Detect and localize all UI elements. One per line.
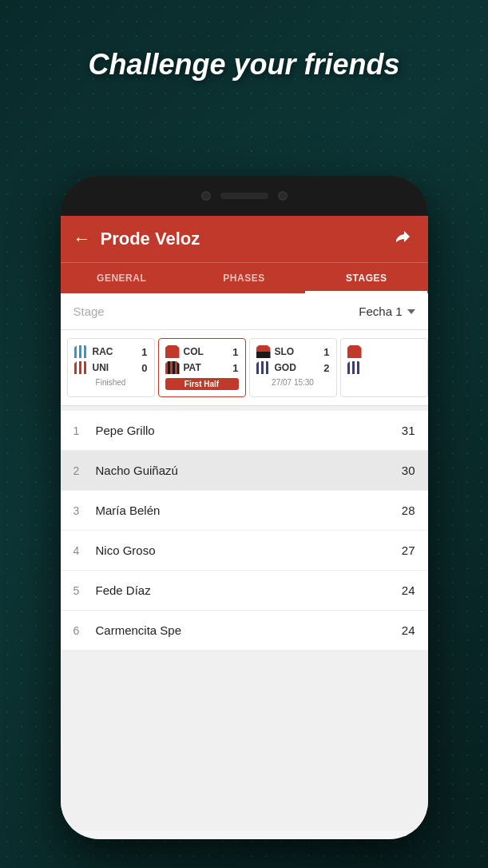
jersey-god-icon [256,361,271,374]
match-card-3[interactable]: SLO 1 GOD 2 27/07 15:30 [249,338,337,397]
app-screen: ← Prode Veloz GENERAL PHASES STAGES Stag… [61,216,428,839]
rank-4: 4 [73,544,89,557]
match2-team2-score: 1 [232,362,238,374]
match3-team2-name: GOD [275,362,296,373]
rank-6: 6 [73,624,89,637]
rank-1: 1 [73,424,89,437]
match1-team1-row: RAC 1 [74,345,148,358]
match4-team1-row [347,345,421,358]
match4-team1-info [347,345,362,358]
match1-team2-info: UNI [74,361,109,374]
match2-team1-name: COL [184,346,204,357]
dropdown-arrow-icon [407,309,415,314]
tab-phases[interactable]: PHASES [183,263,305,293]
player-name-5: Fede Díaz [96,583,402,597]
match3-status: 27/07 15:30 [256,378,330,387]
leaderboard-row-2: 2 Nacho Guiñazú 30 [61,451,428,491]
back-button[interactable]: ← [73,229,91,249]
match1-status: Finished [74,378,148,387]
match1-team1-name: RAC [93,346,113,357]
player-score-6: 24 [402,623,415,637]
match3-team2-score: 2 [323,362,329,374]
player-name-1: Pepe Grillo [96,424,402,437]
leaderboard-row-4: 4 Nico Groso 27 [61,531,428,571]
jersey-uni-icon [74,361,89,374]
match3-team2-info: GOD [256,361,296,374]
match1-team1-score: 1 [141,346,147,358]
jersey-slo-icon [256,345,271,358]
jersey-4b-icon [347,361,362,374]
player-name-4: Nico Groso [96,543,402,557]
player-name-3: María Belén [96,504,402,517]
match2-team2-name: PAT [184,362,201,373]
leaderboard-row-6: 6 Carmencita Spe 24 [61,611,428,651]
match-card-1[interactable]: RAC 1 UNI 0 Finished [67,338,155,397]
leaderboard-row-3: 3 María Belén 28 [61,491,428,531]
match2-team2-row: PAT 1 [165,361,239,374]
match3-team1-score: 1 [323,346,329,358]
match3-team2-row: GOD 2 [256,361,330,374]
rank-2: 2 [73,464,89,477]
match2-status: First Half [165,378,239,390]
leaderboard-row-1: 1 Pepe Grillo 31 [61,411,428,451]
rank-3: 3 [73,504,89,517]
phone-camera [201,191,211,201]
stage-selector[interactable]: Stage Fecha 1 [61,293,428,330]
stage-value[interactable]: Fecha 1 [359,305,415,318]
match2-team1-info: COL [165,345,204,358]
stage-label: Stage [73,305,105,318]
player-name-6: Carmencita Spe [96,623,402,637]
rank-5: 5 [73,584,89,597]
phone-frame: ← Prode Veloz GENERAL PHASES STAGES Stag… [61,176,428,839]
match2-team1-row: COL 1 [165,345,239,358]
match1-team2-row: UNI 0 [74,361,148,374]
player-score-5: 24 [402,583,415,597]
stage-value-text: Fecha 1 [359,305,402,318]
tab-general[interactable]: GENERAL [61,263,183,293]
player-score-3: 28 [402,504,415,517]
jersey-pat-icon [165,361,180,374]
match4-team2-row [347,361,421,374]
jersey-4a-icon [347,345,362,358]
jersey-rac-icon [74,345,89,358]
match3-team1-row: SLO 1 [256,345,330,358]
player-score-1: 31 [402,424,415,437]
player-name-2: Nacho Guiñazú [96,464,402,477]
match-card-4[interactable] [340,338,428,397]
player-score-4: 27 [402,543,415,557]
phone-camera-right [278,191,288,201]
phone-top-bar [61,176,428,216]
leaderboard: 1 Pepe Grillo 31 2 Nacho Guiñazú 30 3 Ma… [61,411,428,651]
phone-speaker [220,193,268,199]
exit-button[interactable] [396,227,415,251]
match3-team1-name: SLO [275,346,295,357]
tabs-bar: GENERAL PHASES STAGES [61,262,428,293]
match1-team2-score: 0 [141,362,147,374]
match-card-2[interactable]: COL 1 PAT 1 First Half [158,338,246,397]
match2-team1-score: 1 [232,346,238,358]
headline: Challenge your friends [0,48,488,82]
leaderboard-row-5: 5 Fede Díaz 24 [61,571,428,611]
app-content: Stage Fecha 1 RAC 1 [61,293,428,830]
app-title: Prode Veloz [101,229,396,249]
match1-team1-info: RAC [74,345,113,358]
player-score-2: 30 [402,464,415,477]
match-cards-container: RAC 1 UNI 0 Finished [61,330,428,406]
match4-team2-info [347,361,362,374]
match3-team1-info: SLO [256,345,295,358]
tab-stages[interactable]: STAGES [305,263,427,293]
app-header: ← Prode Veloz [61,216,428,262]
jersey-col-icon [165,345,180,358]
match2-team2-info: PAT [165,361,201,374]
match1-team2-name: UNI [93,362,109,373]
